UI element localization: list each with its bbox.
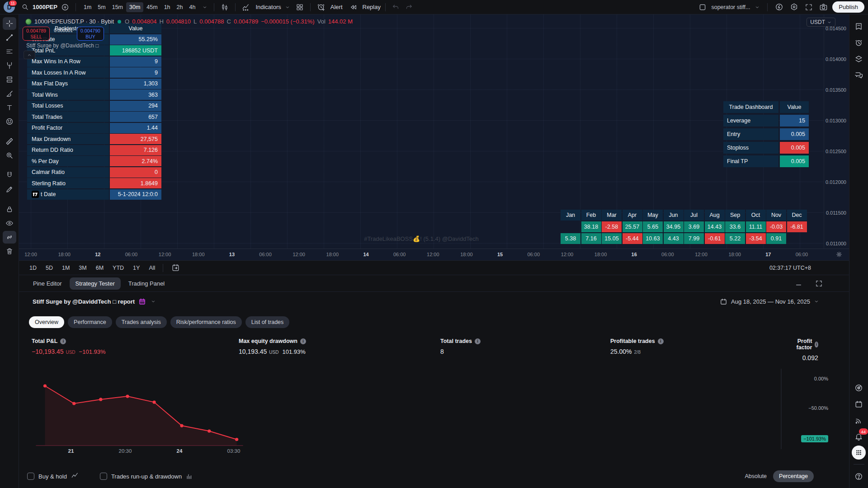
ruler-tool-icon[interactable] <box>3 135 16 148</box>
timeframe-button-1m[interactable]: 1m <box>80 2 94 12</box>
calendar-sidebar-icon[interactable] <box>852 397 866 411</box>
panel-tab-trading-panel[interactable]: Trading Panel <box>123 277 170 290</box>
gauge-sidebar-icon[interactable] <box>852 380 866 395</box>
publish-button[interactable]: Publish <box>832 1 864 13</box>
percentage-mode-button[interactable]: Percentage <box>773 470 814 482</box>
pencil-tool-icon[interactable] <box>3 183 16 196</box>
timeframe-button-45m[interactable]: 45m <box>143 2 160 12</box>
user-avatar[interactable]: D 11 <box>4 1 15 13</box>
timeframe-button-4h[interactable]: 4h <box>186 2 198 12</box>
alarm-sidebar-icon[interactable] <box>852 35 866 50</box>
redo-icon[interactable] <box>403 1 415 13</box>
range-button-3m[interactable]: 3M <box>75 263 90 273</box>
screenshot-camera-icon[interactable] <box>817 1 830 13</box>
eye-tool-icon[interactable] <box>3 217 16 230</box>
pitchfork-tool-icon[interactable] <box>3 59 16 72</box>
report-subtab-risk-performance-ratios[interactable]: Risk/performance ratios <box>170 316 242 328</box>
minimize-panel-icon[interactable] <box>793 278 804 289</box>
range-button-5d[interactable]: 5D <box>42 263 56 273</box>
signal-sidebar-icon[interactable] <box>852 413 866 427</box>
axis-settings-gear-icon[interactable] <box>835 251 843 258</box>
layout-name[interactable]: soperator stiff... <box>711 4 750 10</box>
chart-canvas[interactable]: 1000PEPEUSDT.P · 30 · Bybit O0.004804 H0… <box>19 14 824 249</box>
replay-icon[interactable] <box>348 2 359 13</box>
go-to-date-icon[interactable] <box>170 262 182 274</box>
grid-layout-icon[interactable] <box>294 1 306 13</box>
absolute-mode-button[interactable]: Absolute <box>745 473 767 479</box>
indicator-templates-chevron-icon[interactable] <box>283 3 292 12</box>
timeframe-button-2h[interactable]: 2h <box>174 2 186 12</box>
layout-square-icon[interactable] <box>697 1 708 13</box>
panel-tab-strategy-tester[interactable]: Strategy Tester <box>70 277 121 290</box>
range-button-1y[interactable]: 1Y <box>130 263 143 273</box>
crosshair-tool-icon[interactable] <box>3 17 16 30</box>
runup-drawdown-checkbox[interactable] <box>100 473 107 480</box>
clock-timezone[interactable]: 02:37:17 UTC+8 <box>769 265 811 271</box>
position-tool-icon[interactable] <box>3 73 16 86</box>
symbol-title[interactable]: 1000PEPEUSDT.P · 30 · Bybit <box>34 18 114 25</box>
info-icon[interactable]: i <box>475 338 481 344</box>
info-icon[interactable]: i <box>60 338 66 344</box>
indicators-icon[interactable] <box>240 1 252 13</box>
chat-sidebar-icon[interactable] <box>852 68 866 82</box>
sell-button[interactable]: 0.004789 SELL <box>23 27 50 41</box>
help-sidebar-icon[interactable] <box>852 469 866 483</box>
timeframe-button-1h[interactable]: 1h <box>161 2 174 12</box>
symbol-search-value[interactable]: 1000PEP <box>33 4 57 10</box>
trend-line-tool-icon[interactable] <box>3 31 16 44</box>
bell-sidebar-icon[interactable]: 44 <box>852 429 866 444</box>
apps-sidebar-icon[interactable] <box>852 446 866 460</box>
backtest-date-range[interactable]: Aug 18, 2025 — Nov 16, 2025 <box>720 298 819 305</box>
panel-tab-pine-editor[interactable]: Pine Editor <box>27 277 68 290</box>
range-button-6m[interactable]: 6M <box>93 263 107 273</box>
alert-label[interactable]: Alert <box>330 4 343 10</box>
timeframe-menu-chevron-icon[interactable] <box>200 3 209 12</box>
report-subtab-list-of-trades[interactable]: List of trades <box>245 316 290 328</box>
buy-hold-checkbox[interactable] <box>27 473 34 480</box>
channels-tool-icon[interactable] <box>3 45 16 58</box>
range-button-1m[interactable]: 1M <box>59 263 73 273</box>
timeframe-button-30m[interactable]: 30m <box>126 2 143 12</box>
time-axis[interactable]: 12:0018:001206:0012:0018:001306:0012:001… <box>19 249 849 260</box>
report-calendar-icon[interactable] <box>138 298 146 305</box>
zoom-tool-icon[interactable] <box>3 149 16 162</box>
maximize-panel-icon[interactable] <box>813 278 825 289</box>
trash-tool-icon[interactable] <box>3 245 16 258</box>
alert-icon[interactable] <box>315 1 327 13</box>
timeframe-button-15m[interactable]: 15m <box>109 2 126 12</box>
info-icon[interactable]: i <box>658 338 664 344</box>
drawdown-chart[interactable]: 0.00%−50.00%−101.93%2120:302403:30 <box>19 366 849 459</box>
emoji-tool-icon[interactable] <box>3 115 16 128</box>
magnet-tool-icon[interactable] <box>3 169 16 182</box>
layers-sidebar-icon[interactable] <box>852 52 866 66</box>
fullscreen-icon[interactable] <box>803 1 815 13</box>
indicators-label[interactable]: Indicators <box>255 4 281 10</box>
range-button-all[interactable]: All <box>146 263 158 273</box>
brush-tool-icon[interactable] <box>3 87 16 100</box>
report-subtab-overview[interactable]: Overview <box>29 316 64 328</box>
symbol-search-icon[interactable] <box>19 1 31 13</box>
currency-unit-button[interactable]: USDT <box>807 18 835 27</box>
report-subtab-performance[interactable]: Performance <box>68 316 112 328</box>
chart-style-candles-icon[interactable] <box>219 1 231 13</box>
quick-search-icon[interactable] <box>773 1 785 13</box>
replay-label[interactable]: Replay <box>363 4 381 10</box>
timeframe-button-5m[interactable]: 5m <box>94 2 108 12</box>
info-icon[interactable]: i <box>815 342 818 347</box>
settings-gear-icon[interactable] <box>788 1 800 13</box>
undo-icon[interactable] <box>390 1 401 13</box>
report-subtab-trades-analysis[interactable]: Trades analysis <box>116 316 167 328</box>
range-button-1d[interactable]: 1D <box>26 263 40 273</box>
range-button-ytd[interactable]: YTD <box>109 263 127 273</box>
watchlist-sidebar-icon[interactable] <box>852 19 866 33</box>
buy-button[interactable]: 0.004790 BUY <box>77 27 104 41</box>
info-icon[interactable]: i <box>300 338 306 344</box>
price-axis[interactable]: 0.0145000.0140000.0135000.0130000.012500… <box>824 14 849 249</box>
lock-tool-icon[interactable] <box>3 203 16 216</box>
legend-collapse-button[interactable] <box>24 51 35 59</box>
text-tool-icon[interactable] <box>3 101 16 114</box>
strategy-overlay-title[interactable]: Stiff Surge by @DaviddTech □ <box>26 42 99 49</box>
compare-add-symbol-icon[interactable] <box>59 1 71 13</box>
link-tool-icon[interactable] <box>3 231 16 244</box>
strategy-menu-chevron-icon[interactable] <box>149 297 158 306</box>
